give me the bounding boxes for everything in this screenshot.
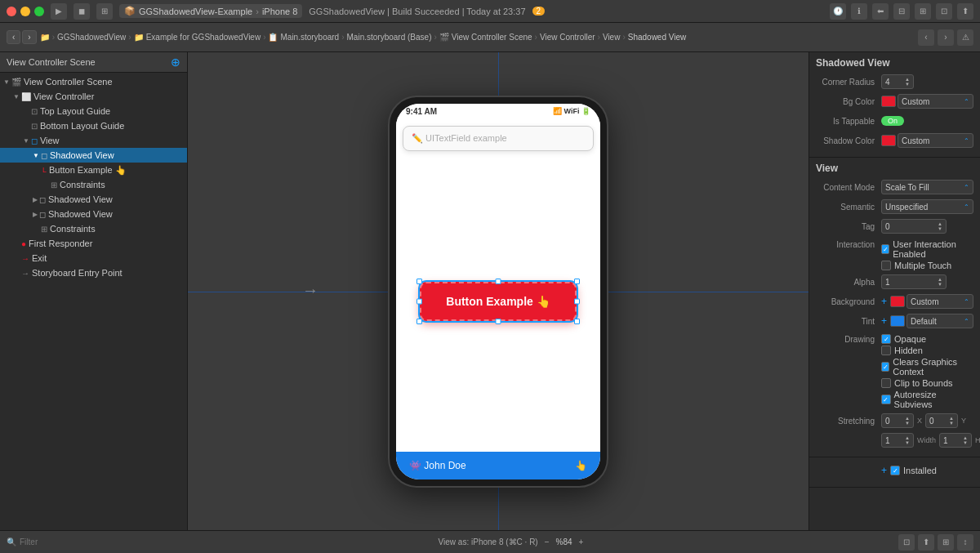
height-stepper[interactable]: 1 ▲▼ <box>939 433 972 448</box>
autoresize-toggle[interactable]: ✓ Autoresize Subviews <box>881 390 973 409</box>
opaque-toggle[interactable]: ✓ Opaque <box>881 334 926 344</box>
alpha-stepper[interactable]: 1 ▲▼ <box>881 274 947 289</box>
tree-item-first-responder[interactable]: ● First Responder <box>0 236 187 251</box>
breadcrumb-item-9[interactable]: Shadowed View <box>628 33 687 42</box>
breadcrumb-item-3[interactable]: 📁 <box>134 33 144 42</box>
nav-right-icon[interactable]: › <box>938 29 954 46</box>
semantic-select[interactable]: Unspecified ⌃ <box>881 199 973 214</box>
content-mode-select[interactable]: Scale To Fill ⌃ <box>881 180 973 194</box>
breadcrumb-item-2[interactable]: GGShadowedView <box>57 33 126 42</box>
checkbox-unchecked[interactable] <box>881 346 891 355</box>
stop-button[interactable]: ◼ <box>74 3 90 20</box>
stepper-arrows[interactable]: ▲▼ <box>963 435 968 445</box>
bg-color-swatch[interactable] <box>881 96 896 107</box>
tree-item-top-layout[interactable]: ⊡ Top Layout Guide <box>0 104 187 118</box>
pin-btn[interactable]: ↕ <box>957 534 973 551</box>
shadow-color-swatch[interactable] <box>881 135 896 146</box>
stretch-x-stepper[interactable]: 0 ▲▼ <box>881 413 914 428</box>
shadow-color-select[interactable]: Custom ⌃ <box>898 133 973 148</box>
checkbox-unchecked[interactable] <box>881 378 891 388</box>
tree-item-view[interactable]: ▼ ◻ View <box>0 133 187 148</box>
tree-item-vc[interactable]: ▼ ⬜ View Controller <box>0 89 187 104</box>
iphone-red-button[interactable]: Button Example 👆 <box>420 282 576 321</box>
stepper-arrows[interactable]: ▲▼ <box>938 277 942 287</box>
layout-toggle-button[interactable]: ⊡ <box>936 3 952 20</box>
info-icon[interactable]: ℹ <box>851 3 867 20</box>
checkbox-checked[interactable]: ✓ <box>881 362 889 372</box>
tree-item-shadowed-view-2[interactable]: ▶ ◻ Shadowed View <box>0 192 187 207</box>
plus-icon[interactable]: + <box>881 315 887 327</box>
close-button[interactable] <box>7 7 16 16</box>
clip-to-bounds-toggle[interactable]: Clip to Bounds <box>881 378 953 388</box>
panels-button[interactable]: ⊟ <box>893 3 910 20</box>
tree-item-vc-scene[interactable]: ▼ 🎬 View Controller Scene <box>0 74 187 89</box>
breadcrumb-item-7[interactable]: View Controller <box>540 33 595 42</box>
clock-icon[interactable]: 🕐 <box>830 3 846 20</box>
bg-color-swatch[interactable] <box>890 296 905 307</box>
nav-forward-button[interactable]: › <box>22 30 36 44</box>
handle-tm <box>496 279 501 284</box>
layout-button[interactable]: ⊞ <box>96 3 113 20</box>
tree-item-shadowed-view-selected[interactable]: ▼ ◻ Shadowed View <box>0 148 187 163</box>
breadcrumb-item-3-label[interactable]: Example for GGShadowedView <box>146 33 261 42</box>
stretch-y-stepper[interactable]: 0 ▲▼ <box>925 413 958 428</box>
breadcrumb-item-6-label[interactable]: View Controller Scene <box>452 33 532 42</box>
stepper-arrows[interactable]: ▲▼ <box>905 77 910 87</box>
tree-item-constraints-1[interactable]: ⊞ Constraints <box>0 177 187 192</box>
stepper-arrows[interactable]: ▲▼ <box>938 221 942 231</box>
checkbox-checked[interactable]: ✓ <box>881 395 891 404</box>
checkbox-checked[interactable]: ✓ <box>881 334 891 344</box>
breadcrumb-item-5[interactable]: Main.storyboard (Base) <box>347 33 432 42</box>
multiple-touch-toggle[interactable]: Multiple Touch <box>881 261 951 270</box>
checkbox-unchecked[interactable] <box>881 261 891 270</box>
stepper-arrows[interactable]: ▲▼ <box>905 435 910 445</box>
breadcrumb-item-4-label[interactable]: Main.storyboard <box>280 33 339 42</box>
zoom-plus-btn[interactable]: + <box>579 537 584 546</box>
nav-back-button[interactable]: ‹ <box>7 30 20 44</box>
breadcrumb-item-6[interactable]: 🎬 <box>439 33 449 42</box>
hidden-toggle[interactable]: Hidden <box>881 346 923 355</box>
tag-stepper[interactable]: 0 ▲▼ <box>881 219 947 234</box>
checkbox-checked[interactable]: ✓ <box>890 466 900 475</box>
breadcrumb-item-4[interactable]: 📋 <box>268 33 278 42</box>
warning-icon[interactable]: ⚠ <box>957 29 973 46</box>
fit-button[interactable]: ⊡ <box>898 534 915 551</box>
tree-item-constraints-2[interactable]: ⊞ Constraints <box>0 221 187 236</box>
corner-radius-stepper[interactable]: 4 ▲▼ <box>881 74 914 89</box>
tree-item-bottom-layout[interactable]: ⊡ Bottom Layout Guide <box>0 118 187 133</box>
plus-icon[interactable]: + <box>881 465 887 476</box>
tree-item-exit[interactable]: → Exit <box>0 251 187 265</box>
zoom-minus-btn[interactable]: − <box>545 537 550 546</box>
minimize-button[interactable] <box>20 7 30 16</box>
split-button[interactable]: ⊞ <box>915 3 931 20</box>
filter-input[interactable] <box>20 537 123 546</box>
iphone-text-field[interactable]: ✏️ UITextField example <box>403 126 594 151</box>
clears-graphics-toggle[interactable]: ✓ Clears Graphics Context <box>881 357 973 377</box>
tint-color-swatch[interactable] <box>890 315 905 327</box>
maximize-button[interactable] <box>34 7 44 16</box>
breadcrumb-item-1[interactable]: 📁 <box>40 33 50 42</box>
storyboard-btn[interactable]: ⬆ <box>918 534 934 551</box>
width-stepper[interactable]: 1 ▲▼ <box>881 433 914 448</box>
tree-item-button-example[interactable]: L Button Example 👆 <box>0 163 187 177</box>
play-button[interactable]: ▶ <box>51 3 67 20</box>
navigate-back-button[interactable]: ⬅ <box>872 3 889 20</box>
breadcrumb-item-8[interactable]: View <box>603 33 621 42</box>
bg-select[interactable]: Custom ⌃ <box>906 294 973 309</box>
nav-left-icon[interactable]: ‹ <box>918 29 934 46</box>
share-button[interactable]: ⬆ <box>957 3 973 20</box>
tree-item-shadowed-view-3[interactable]: ▶ ◻ Shadowed View <box>0 207 187 221</box>
checkbox-checked[interactable]: ✓ <box>881 244 889 254</box>
tint-select[interactable]: Default ⌃ <box>906 314 973 328</box>
user-interaction-toggle[interactable]: ✓ User Interaction Enabled <box>881 239 973 259</box>
stepper-arrows[interactable]: ▲▼ <box>949 416 954 426</box>
stepper-arrows[interactable]: ▲▼ <box>905 416 910 426</box>
bg-color-select[interactable]: Custom ⌃ <box>898 94 973 109</box>
toggle-label: User Interaction Enabled <box>893 239 973 259</box>
plus-icon[interactable]: + <box>881 296 887 307</box>
installed-toggle[interactable]: ✓ Installed <box>890 466 937 475</box>
tree-item-storyboard-entry[interactable]: → Storyboard Entry Point <box>0 265 187 280</box>
layout-btn[interactable]: ⊞ <box>938 534 954 551</box>
is-tappable-switch[interactable]: On <box>881 116 904 126</box>
add-icon[interactable]: ⊕ <box>171 56 180 69</box>
